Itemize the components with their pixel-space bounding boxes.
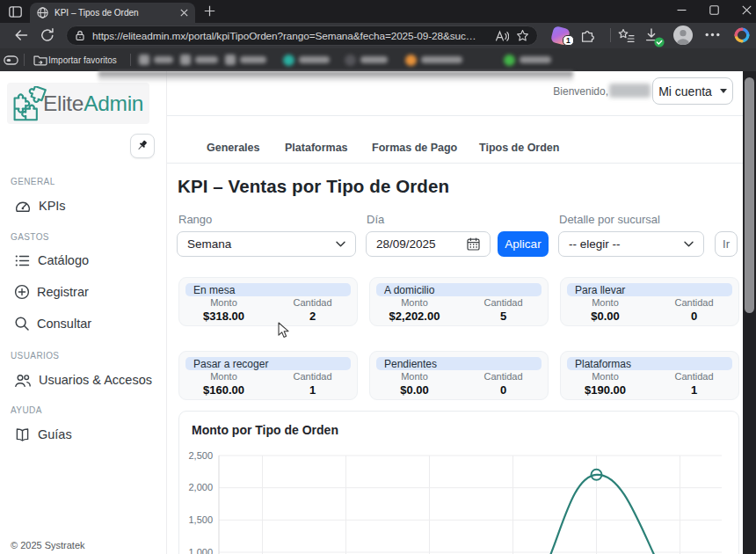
cantidad-value: 0 xyxy=(459,383,548,397)
copyright-footer: © 2025 Systratek xyxy=(11,540,85,550)
section-label-ayuda: AYUDA xyxy=(11,405,42,415)
browser-tab[interactable]: KPI – Tipos de Orden xyxy=(30,3,195,23)
bookmark-item[interactable] xyxy=(283,52,330,68)
sidebar-item-label: Registrar xyxy=(37,285,89,299)
tab-tipos-de-orden[interactable]: Tipos de Orden xyxy=(479,142,559,154)
brand-primary: Elite xyxy=(43,91,84,115)
rango-select[interactable]: Semana xyxy=(177,231,356,257)
monto-label: Monto xyxy=(179,371,268,382)
cantidad-value: 0 xyxy=(650,310,738,323)
sidebar: EliteAdmin GENERAL KPIs GASTOS Catálogo … xyxy=(0,71,167,554)
page-scrollbar[interactable] xyxy=(743,71,756,554)
calendar-icon[interactable] xyxy=(467,237,480,251)
kpi-card-plataformas: Plataformas Monto$190.00 Cantidad1 xyxy=(560,351,739,400)
account-button-label: Mi cuenta xyxy=(658,84,712,98)
sidebar-item-label: Guías xyxy=(38,427,72,441)
window-minimize-button[interactable] xyxy=(670,0,693,19)
browser-menu-icon[interactable] xyxy=(705,33,720,37)
sidebar-item-registrar[interactable]: Registrar xyxy=(14,283,89,301)
window-maximize-button[interactable] xyxy=(702,0,725,19)
extensions-puzzle-icon[interactable] xyxy=(580,27,596,43)
sidebar-item-label: Catálogo xyxy=(38,253,89,267)
book-icon xyxy=(14,427,31,442)
favorite-star-icon[interactable] xyxy=(516,29,529,42)
main-content: Bienvenido, Mi cuenta Generales Platafor… xyxy=(167,71,743,554)
bookmark-item[interactable] xyxy=(180,52,218,68)
bookmark-item[interactable] xyxy=(139,52,173,68)
bookmark-item[interactable] xyxy=(225,52,266,68)
bookmark-item[interactable] xyxy=(345,52,388,68)
blurred-username xyxy=(609,84,651,98)
dia-label: Día xyxy=(367,213,384,226)
favorites-hub-icon[interactable] xyxy=(618,28,635,43)
header-divider xyxy=(167,115,743,116)
monto-label: Monto xyxy=(561,371,650,382)
address-bar[interactable]: https://eliteadmin.mx/portal/kpiTipoOrde… xyxy=(66,26,538,46)
bookmark-item[interactable] xyxy=(504,52,551,68)
window-close-button[interactable] xyxy=(735,0,756,19)
app-logo[interactable]: EliteAdmin xyxy=(7,83,149,124)
tab-plataformas[interactable]: Plataformas xyxy=(285,142,348,154)
back-button[interactable] xyxy=(13,27,29,43)
cantidad-value: 1 xyxy=(650,383,738,397)
kpi-card-pasar-a-recoger: Pasar a recoger Monto$160.00 Cantidad1 xyxy=(178,351,358,400)
cantidad-label: Cantidad xyxy=(650,371,738,382)
kpi-card-en-mesa: En mesa Monto$318.00 Cantidad2 xyxy=(178,277,358,326)
dia-date-input[interactable]: 28/09/2025 xyxy=(366,231,491,257)
svg-text:1,000: 1,000 xyxy=(188,547,213,554)
bookmarks-separator xyxy=(24,54,25,66)
monto-value: $190.00 xyxy=(561,383,650,397)
bookmark-item[interactable] xyxy=(405,52,462,68)
monto-label: Monto xyxy=(179,297,268,308)
blurred-bookmarks[interactable] xyxy=(139,52,552,68)
refresh-button[interactable] xyxy=(40,27,55,43)
sidebar-item-kpis[interactable]: KPIs xyxy=(14,197,66,215)
kpi-card-title: A domicilio xyxy=(376,283,542,296)
rango-label: Rango xyxy=(178,213,212,226)
chevron-down-icon xyxy=(336,241,345,247)
chevron-down-icon xyxy=(684,241,694,247)
cantidad-label: Cantidad xyxy=(459,297,548,308)
web-page: EliteAdmin GENERAL KPIs GASTOS Catálogo … xyxy=(0,71,743,554)
kpi-card-title: Plataformas xyxy=(567,357,732,370)
plus-circle-icon xyxy=(14,284,30,300)
import-favorites-label[interactable]: Importar favoritos xyxy=(48,55,117,65)
tab-generales[interactable]: Generales xyxy=(207,142,259,154)
new-tab-button[interactable] xyxy=(204,5,215,17)
rango-value: Semana xyxy=(187,237,231,251)
tab-close-icon[interactable] xyxy=(180,9,188,17)
cantidad-value: 5 xyxy=(459,310,548,323)
sidebar-item-usuarios-accesos[interactable]: Usuarios & Accesos xyxy=(14,371,152,389)
scrollbar-thumb[interactable] xyxy=(745,77,754,313)
copilot-icon[interactable] xyxy=(733,26,751,44)
kpi-card-para-llevar: Para llevar Monto$0.00 Cantidad0 xyxy=(560,277,739,326)
cantidad-value: 2 xyxy=(268,310,357,323)
tabs-divider xyxy=(167,163,743,164)
kpi-card-title: En mesa xyxy=(185,283,351,296)
sidebar-item-consultar[interactable]: Consultar xyxy=(14,315,91,332)
sucursal-select[interactable]: -- elegir -- xyxy=(558,231,704,257)
sidebar-item-guias[interactable]: Guías xyxy=(14,426,72,443)
tab-formas-de-pago[interactable]: Formas de Pago xyxy=(372,142,457,154)
profile-avatar[interactable] xyxy=(673,26,693,45)
monto-label: Monto xyxy=(370,371,459,382)
sidebar-item-label: Consultar xyxy=(37,317,91,331)
monto-value: $0.00 xyxy=(561,310,650,323)
logo-puzzle-icon xyxy=(12,86,47,121)
tab-actions-button[interactable] xyxy=(6,4,24,19)
account-menu-button[interactable]: Mi cuenta xyxy=(652,77,733,105)
pin-sidebar-button[interactable] xyxy=(130,134,155,158)
cantidad-label: Cantidad xyxy=(268,371,357,382)
globe-icon xyxy=(37,7,48,18)
read-aloud-icon[interactable] xyxy=(495,30,509,42)
caret-down-icon xyxy=(720,89,727,93)
sidebar-item-catalogo[interactable]: Catálogo xyxy=(14,251,89,269)
pin-icon xyxy=(136,140,149,152)
go-button[interactable]: Ir xyxy=(715,231,738,257)
list-icon xyxy=(14,253,31,268)
cantidad-label: Cantidad xyxy=(459,371,548,382)
bookmarks-pill-icon[interactable] xyxy=(4,54,18,67)
monto-label: Monto xyxy=(370,297,459,308)
apply-button[interactable]: Aplicar xyxy=(498,231,549,257)
monto-value: $318.00 xyxy=(179,310,268,323)
